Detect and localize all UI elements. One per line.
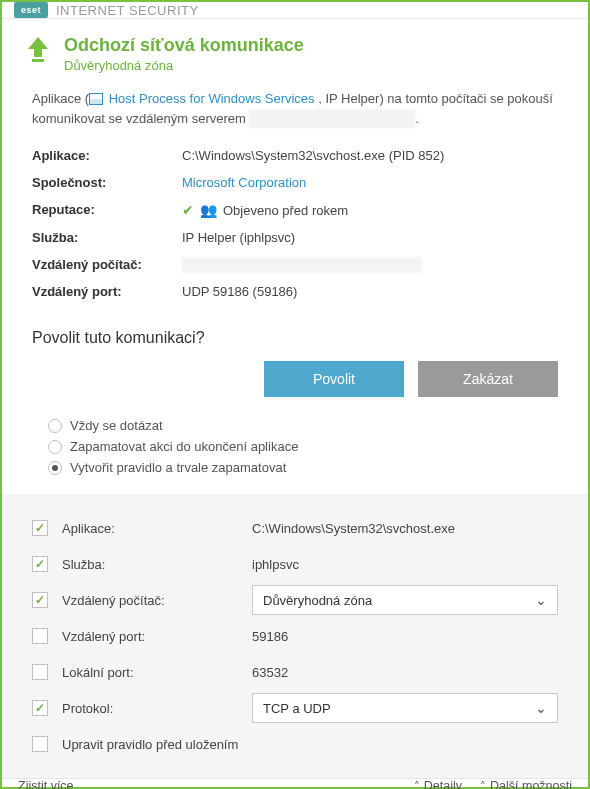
caret-up-icon: ˄ <box>480 780 486 790</box>
checkmark-icon: ✔ <box>182 202 194 218</box>
title-bar: eset INTERNET SECURITY <box>2 2 588 19</box>
rule-label-protocol: Protokol: <box>62 701 252 716</box>
product-name: INTERNET SECURITY <box>56 3 199 18</box>
eset-logo: eset <box>14 2 48 18</box>
dialog-footer: Zjistit více ˄Detaily ˄Další možnosti <box>2 778 588 789</box>
value-remote-pc: ██████████████████████████ <box>182 257 558 272</box>
firewall-dialog: eset INTERNET SECURITY Odchozí síťová ko… <box>0 0 590 789</box>
rule-panel: Aplikace: C:\Windows\System32\svchost.ex… <box>2 494 588 778</box>
rule-label-local-port: Lokální port: <box>62 665 252 680</box>
learn-more-link[interactable]: Zjistit více <box>18 779 396 789</box>
app-icon <box>89 93 103 105</box>
radio-always-ask[interactable] <box>48 419 62 433</box>
question-text: Povolit tuto komunikaci? <box>2 305 588 351</box>
chk-service[interactable] <box>32 556 48 572</box>
label-service: Služba: <box>32 230 182 245</box>
rule-value-local-port: 63532 <box>252 665 558 680</box>
value-application: C:\Windows\System32\svchost.exe (PID 852… <box>182 148 558 163</box>
chk-remote-port[interactable] <box>32 628 48 644</box>
chk-application[interactable] <box>32 520 48 536</box>
rule-value-service: iphlpsvc <box>252 557 558 572</box>
rule-label-service: Služba: <box>62 557 252 572</box>
app-process-link[interactable]: Host Process for Windows Services <box>109 91 315 106</box>
radio-create-rule-label: Vytvořit pravidlo a trvale zapamatovat <box>70 460 286 475</box>
label-remote-pc: Vzdálený počítač: <box>32 257 182 272</box>
label-application: Aplikace: <box>32 148 182 163</box>
chk-edit-before-save[interactable] <box>32 736 48 752</box>
chk-local-port[interactable] <box>32 664 48 680</box>
label-company: Společnost: <box>32 175 182 190</box>
dialog-header: Odchozí síťová komunikace Důvěryhodná zó… <box>2 19 588 79</box>
chevron-down-icon: ⌄ <box>535 592 547 608</box>
value-company-link[interactable]: Microsoft Corporation <box>182 175 558 190</box>
dialog-title: Odchozí síťová komunikace <box>64 35 304 56</box>
radio-remember-until-exit-label: Zapamatovat akci do ukončení aplikace <box>70 439 298 454</box>
details-toggle[interactable]: ˄Detaily <box>414 779 462 789</box>
label-remote-port: Vzdálený port: <box>32 284 182 299</box>
radio-always-ask-label: Vždy se dotázat <box>70 418 163 433</box>
deny-button[interactable]: Zakázat <box>418 361 558 397</box>
rule-label-edit-before-save: Upravit pravidlo před uložením <box>62 737 238 752</box>
rule-value-application: C:\Windows\System32\svchost.exe <box>252 521 558 536</box>
radio-create-rule[interactable] <box>48 461 62 475</box>
value-service: IP Helper (iphlpsvc) <box>182 230 558 245</box>
rule-label-application: Aplikace: <box>62 521 252 536</box>
value-reputation: ✔ 👥 Objeveno před rokem <box>182 202 558 218</box>
dialog-subtitle: Důvěryhodná zóna <box>64 58 304 73</box>
rule-value-remote-port: 59186 <box>252 629 558 644</box>
redacted-server: ██████████████████ <box>249 109 415 129</box>
svg-rect-0 <box>32 59 44 62</box>
allow-button[interactable]: Povolit <box>264 361 404 397</box>
caret-up-icon: ˄ <box>414 780 420 790</box>
chk-remote-pc[interactable] <box>32 592 48 608</box>
value-remote-port: UDP 59186 (59186) <box>182 284 558 299</box>
rule-label-remote-port: Vzdálený port: <box>62 629 252 644</box>
chevron-down-icon: ⌄ <box>535 700 547 716</box>
more-options-toggle[interactable]: ˄Další možnosti <box>480 779 572 789</box>
select-remote-pc[interactable]: Důvěryhodná zóna ⌄ <box>252 585 558 615</box>
info-table: Aplikace: C:\Windows\System32\svchost.ex… <box>32 142 558 305</box>
intro-text: Aplikace ( Host Process for Windows Serv… <box>32 89 558 128</box>
label-reputation: Reputace: <box>32 202 182 218</box>
remember-options: Vždy se dotázat Zapamatovat akci do ukon… <box>2 415 588 494</box>
select-protocol[interactable]: TCP a UDP ⌄ <box>252 693 558 723</box>
chk-protocol[interactable] <box>32 700 48 716</box>
radio-remember-until-exit[interactable] <box>48 440 62 454</box>
users-icon: 👥 <box>200 202 217 218</box>
outbound-arrow-icon <box>24 35 52 65</box>
rule-label-remote-pc: Vzdálený počítač: <box>62 593 252 608</box>
